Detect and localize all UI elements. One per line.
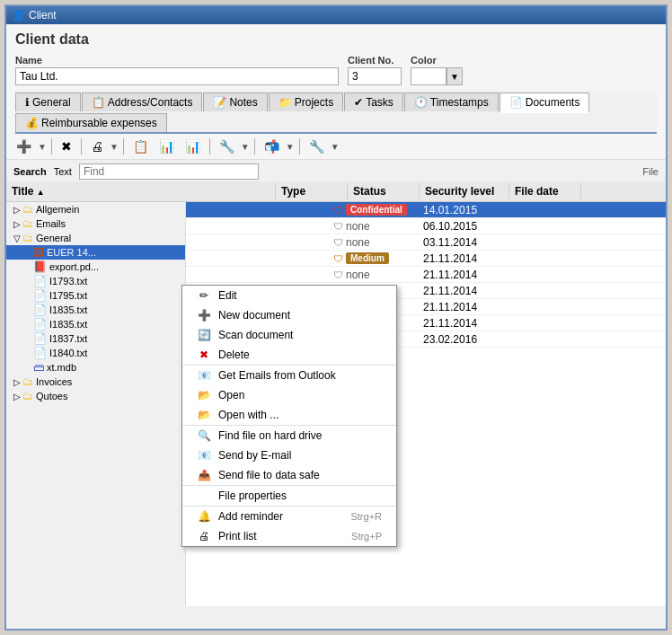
list-item[interactable]: ▽ 🗂 General [6, 231, 185, 245]
grid1-button[interactable]: 📊 [155, 137, 179, 156]
menu-item-get-emails[interactable]: 📧 Get Emails from Outlook [182, 365, 396, 385]
list-item[interactable]: 📄 I1795.txt [6, 288, 185, 303]
item-label: xt.mdb [47, 362, 76, 373]
timestamps-tab-icon: 🕐 [414, 96, 428, 109]
item-label: I1840.txt [49, 348, 87, 358]
menu-item-send-datasafe[interactable]: 📤 Send file to data safe [182, 465, 396, 485]
list-item[interactable]: ▷ 🗂 Invoices [6, 375, 185, 389]
date-cell: 21.11.2014 [423, 285, 504, 297]
color-box [411, 67, 447, 85]
list-item[interactable]: 📄 I1835.txt [6, 303, 185, 317]
print-dropdown-arrow[interactable]: ▼ [110, 142, 119, 152]
mail-button[interactable]: 📬 [260, 137, 284, 156]
list-item[interactable]: 📄 I1840.txt [6, 346, 185, 360]
name-input[interactable] [15, 67, 339, 85]
item-label: I1835.txt [49, 319, 87, 330]
client-header: Client data Name Client No. Color ▼ ℹ [6, 24, 666, 134]
tab-documents[interactable]: 📄 Documents [500, 93, 590, 113]
reminder-icon: 🔔 [197, 510, 211, 523]
expand-icon[interactable]: ▽ [12, 234, 22, 243]
header-filedate: File date [509, 183, 581, 199]
find-icon: 🔍 [197, 429, 211, 442]
search-row: Search Text File [6, 160, 666, 181]
date-cell: 21.11.2014 [423, 317, 504, 330]
tab-general[interactable]: ℹ General [15, 93, 81, 111]
item-label: I1835.txt [49, 304, 87, 315]
list-item[interactable]: 🗃 xt.mdb [6, 360, 185, 375]
menu-item-scan-document[interactable]: 🔄 Scan document [182, 325, 396, 345]
item-label: Emails [36, 218, 66, 229]
tab-address-contacts[interactable]: 📋 Address/Contacts [82, 93, 203, 111]
menu-label: Get Emails from Outlook [218, 369, 382, 382]
expand-icon[interactable]: ▷ [12, 377, 22, 387]
menu-item-open[interactable]: 📂 Open [182, 385, 396, 405]
delete-button[interactable]: ✖ [57, 137, 76, 156]
list-item[interactable]: 📄 I1835.txt [6, 317, 185, 331]
folder-icon: 🗂 [22, 203, 33, 216]
menu-item-open-with[interactable]: 📂 Open with ... [182, 405, 396, 425]
clientno-group: Client No. [348, 55, 402, 85]
date-cell: 03.11.2014 [423, 236, 504, 249]
clientno-input[interactable] [348, 67, 402, 85]
table-row[interactable]: 🛡 none 03.11.2014 [186, 234, 666, 251]
menu-item-add-reminder[interactable]: 🔔 Add reminder Strg+R [182, 506, 396, 526]
table-row[interactable]: 🛡 Confidential 14.01.2015 [186, 202, 666, 218]
columns-button[interactable]: 🔧 [305, 137, 329, 156]
settings-button[interactable]: 🔧 [215, 137, 239, 156]
tab-tasks[interactable]: ✔ Tasks [344, 93, 403, 111]
expand-icon[interactable]: ▷ [12, 392, 22, 401]
security-cell: 🛡 none [333, 236, 423, 249]
tab-notes[interactable]: 📝 Notes [203, 93, 267, 111]
copy-button[interactable]: 📋 [128, 137, 153, 156]
menu-label: Open [218, 389, 382, 401]
menu-item-new-document[interactable]: ➕ New document [182, 305, 396, 325]
list-item[interactable]: ▷ 🗂 Qutoes [6, 389, 185, 403]
text-label: Text [54, 166, 72, 177]
list-item[interactable]: 🖼 EUER 14... [6, 245, 185, 260]
list-item[interactable]: 📄 I1793.txt [6, 274, 185, 288]
security-badge: none [346, 236, 370, 249]
shield-icon: 🛡 [333, 269, 343, 280]
security-badge: none [346, 269, 370, 281]
txt-icon: 📄 [33, 347, 47, 359]
tab-projects[interactable]: 📁 Projects [269, 93, 343, 111]
search-input[interactable] [79, 163, 259, 180]
item-label: export.pd... [49, 261, 99, 272]
menu-item-send-email[interactable]: 📧 Send by E-mail [182, 445, 396, 465]
table-row[interactable]: 🛡 none 06.10.2015 [186, 218, 666, 234]
folder-icon: 🗂 [22, 375, 33, 388]
list-item[interactable]: ▷ 🗂 Allgemein [6, 202, 185, 216]
settings-dropdown-arrow[interactable]: ▼ [241, 142, 250, 152]
list-item[interactable]: 📄 I1837.txt [6, 331, 185, 346]
clientno-label: Client No. [348, 55, 402, 66]
menu-label: Edit [218, 289, 382, 302]
address-tab-label: Address/Contacts [108, 96, 193, 109]
menu-item-file-properties[interactable]: File properties [182, 485, 396, 506]
table-row[interactable]: 🛡 Medium 21.11.2014 [186, 251, 666, 267]
tab-reimbursable[interactable]: 💰 Reimbursable expenses [15, 113, 167, 132]
expand-icon[interactable]: ▷ [12, 205, 22, 215]
date-cell: 06.10.2015 [423, 220, 504, 233]
documents-tab-label: Documents [526, 96, 580, 109]
grid2-button[interactable]: 📊 [181, 137, 205, 156]
table-row[interactable]: 🛡 none 21.11.2014 [186, 267, 666, 283]
menu-item-delete[interactable]: ✖ Delete [182, 345, 396, 365]
main-window: 👤 Client Client data Name Client No. Col… [4, 4, 668, 631]
date-cell: 21.11.2014 [423, 301, 504, 313]
print-button[interactable]: 🖨 [86, 137, 108, 156]
separator-1 [51, 138, 52, 154]
pdf-icon: 📕 [33, 260, 47, 273]
menu-item-edit[interactable]: ✏ Edit [182, 286, 396, 305]
columns-dropdown-arrow[interactable]: ▼ [331, 142, 340, 152]
list-item[interactable]: ▷ 🗂 Emails [6, 216, 185, 231]
color-dropdown-button[interactable]: ▼ [447, 67, 463, 85]
menu-item-print-list[interactable]: 🖨 Print list Strg+P [182, 526, 396, 546]
item-label: I1793.txt [49, 276, 87, 287]
tab-timestamps[interactable]: 🕐 Timestamps [404, 93, 499, 111]
mail-dropdown-arrow[interactable]: ▼ [286, 142, 295, 152]
add-button[interactable]: ➕ [12, 137, 36, 156]
list-item[interactable]: 📕 export.pd... [6, 260, 185, 274]
expand-icon[interactable]: ▷ [12, 219, 22, 229]
add-dropdown-arrow[interactable]: ▼ [38, 142, 47, 152]
menu-item-find-file[interactable]: 🔍 Find file on hard drive [182, 425, 396, 445]
